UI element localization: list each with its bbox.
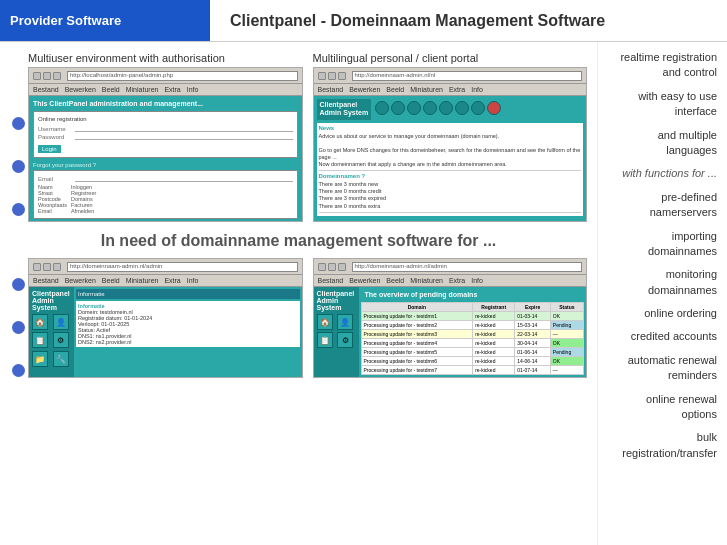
middle-text: In need of domainname management softwar… <box>10 224 587 258</box>
sidebar-item-7: monitoring domainnames <box>608 267 717 298</box>
sidebar-item-3: and multiple languages <box>608 128 717 159</box>
nav-icon-br-2: 👤 <box>337 314 353 330</box>
dot-3 <box>12 203 25 216</box>
cp-icon-8 <box>487 101 501 115</box>
bl-main-content: Informatie Informatie Domein: testdomein… <box>74 287 302 377</box>
table-row: Processing update for - testdmn6 re-kick… <box>361 357 584 366</box>
screenshot-box-br: http://domeinnaam-admin.nl/admin Bestand… <box>313 258 588 378</box>
username-row: Username <box>38 125 293 132</box>
pending-title: The overview of pending domains <box>361 289 585 300</box>
nav-icon-6: 🔧 <box>53 351 69 367</box>
min-btn-bl <box>43 263 51 271</box>
sidebar-item-10: automatic renewal reminders <box>608 353 717 384</box>
sidebar-item-5: pre-defined namerservers <box>608 190 717 221</box>
login-screen: This ClientPanel administration and mana… <box>29 96 302 222</box>
cp-icon-3 <box>407 101 421 115</box>
menu-bar-br: Bestand Bewerken Beeld Miniaturen Extra … <box>314 275 587 287</box>
max-btn <box>53 72 61 80</box>
bl-inner: ClientpanelAdmin System 🏠 👤 📋 ⚙ 📁 🔧 <box>29 287 302 377</box>
cp-icon-1 <box>375 101 389 115</box>
menu-bar-tr: Bestand Bewerken Beeld Miniaturen Extra … <box>314 84 587 96</box>
pending-table: Domain Registrant Expire Status Processi… <box>361 302 585 375</box>
login-button[interactable]: Login <box>38 145 61 153</box>
news-text: Advice us about our service to manage yo… <box>319 133 582 169</box>
dot-1 <box>12 117 25 130</box>
content-area: Multiuser environment with authorisation… <box>0 42 597 545</box>
sidebar-item-12: bulk registration/transfer <box>608 430 717 461</box>
close-btn-br <box>318 263 326 271</box>
nav-icon-br-4: ⚙ <box>337 332 353 348</box>
sidebar-item-9: credited accounts <box>608 329 717 344</box>
dot-2 <box>12 160 25 173</box>
dot-col-bottom <box>12 278 25 377</box>
nav-icon-4: ⚙ <box>53 332 69 348</box>
client-panel-content: ClientpanelAdmin System <box>314 96 587 221</box>
table-row: Processing update for - testdmn7 re-kick… <box>361 366 584 375</box>
sidebar-item-2: with easy to use interface <box>608 89 717 120</box>
browser-chrome-tl: http://localhost/admin-panel/admin.php <box>29 68 302 84</box>
browser-chrome-tr: http://domeinnaam-admin.nl/nl <box>314 68 587 84</box>
cp-icon-4 <box>423 101 437 115</box>
top-left-label: Multiuser environment with authorisation <box>28 52 303 64</box>
cp-icon-6 <box>455 101 469 115</box>
screenshot-box-top-left: http://localhost/admin-panel/admin.php B… <box>28 67 303 222</box>
menu-bar-bl: Bestand Bewerken Beeld Miniaturen Extra … <box>29 275 302 287</box>
sidebar-item-4: with functions for ... <box>608 166 717 181</box>
address-bar-tr: http://domeinnaam-admin.nl/nl <box>352 71 583 81</box>
close-btn <box>33 72 41 80</box>
page-title: Clientpanel - Domeinnaam Management Soft… <box>210 12 605 30</box>
cp-main-area: News Advice us about our service to mana… <box>317 123 584 216</box>
screenshot-bottom-left: http://domeinnaam-admin.nl/admin Bestand… <box>28 258 303 378</box>
provider-logo: Provider Software <box>0 0 210 41</box>
top-right-label: Multilingual personal / client portal <box>313 52 588 64</box>
screenshot-box-top-right: http://domeinnaam-admin.nl/nl Bestand Be… <box>313 67 588 222</box>
dot-6 <box>12 364 25 377</box>
screenshot-box-bl: http://domeinnaam-admin.nl/admin Bestand… <box>28 258 303 378</box>
nav-icon-5: 📁 <box>32 351 48 367</box>
max-btn-bl <box>53 263 61 271</box>
table-row: Processing update for - testdmn1 re-kick… <box>361 312 584 321</box>
news-title: News <box>319 125 582 133</box>
login-title: This ClientPanel administration and mana… <box>33 100 298 107</box>
nav-icon-br-1: 🏠 <box>317 314 333 330</box>
dot-col-top <box>12 117 25 216</box>
sidebar-item-6: importing domainnames <box>608 229 717 260</box>
address-bar-br: http://domeinnaam-admin.nl/admin <box>352 262 583 272</box>
cp-logo-bar: ClientpanelAdmin System <box>317 99 584 120</box>
nav-icon-2: 👤 <box>53 314 69 330</box>
dot-5 <box>12 321 25 334</box>
address-bar-bl: http://domeinnaam-admin.nl/admin <box>67 262 298 272</box>
dot-4 <box>12 278 25 291</box>
tasks-section: Taakball There is a new taakball below! … <box>319 212 582 216</box>
admin-nav-bl: ClientpanelAdmin System 🏠 👤 📋 ⚙ 📁 🔧 <box>29 287 74 377</box>
nav-icon-1: 🏠 <box>32 314 48 330</box>
close-btn-tr <box>318 72 326 80</box>
br-inner: ClientpanelAdmin System 🏠 👤 📋 ⚙ The over… <box>314 287 587 377</box>
cp-icon-7 <box>471 101 485 115</box>
nav-icons-bl-2: 📁 🔧 <box>32 351 71 367</box>
table-header-row: Domain Registrant Expire Status <box>361 303 584 312</box>
nav-title-br: ClientpanelAdmin System <box>317 290 356 311</box>
browser-chrome-bl: http://domeinnaam-admin.nl/admin <box>29 259 302 275</box>
max-btn-tr <box>338 72 346 80</box>
min-btn-tr <box>328 72 336 80</box>
nav-icon-3: 📋 <box>32 332 48 348</box>
login-box: Online registration Username Password Lo… <box>33 111 298 158</box>
menu-bar-tl: Bestand Bewerken Beeld Miniaturen Extra … <box>29 84 302 96</box>
close-btn-bl <box>33 263 41 271</box>
cp-icon-5 <box>439 101 453 115</box>
cp-logo: ClientpanelAdmin System <box>317 99 372 120</box>
bl-info-box: Informatie Domein: testdomein.nl Registr… <box>76 301 300 347</box>
table-row: Processing update for - testdmn2 re-kick… <box>361 321 584 330</box>
sidebar: realtime registration and control with e… <box>597 42 727 545</box>
nav-icon-br-3: 📋 <box>317 332 333 348</box>
nav-icons-br: 🏠 👤 📋 ⚙ <box>317 314 356 348</box>
password-row: Password <box>38 133 293 140</box>
screenshot-bottom-right: http://domeinnaam-admin.nl/admin Bestand… <box>313 258 588 378</box>
screenshot-top-right: http://domeinnaam-admin.nl/nl Bestand Be… <box>313 67 588 222</box>
reset-box: Email Naam Straat Postcode Woonplaats Em… <box>33 170 298 219</box>
table-row: Processing update for - testdmn4 re-kick… <box>361 339 584 348</box>
sidebar-item-1: realtime registration and control <box>608 50 717 81</box>
nav-icons-bl: 🏠 👤 📋 ⚙ <box>32 314 71 348</box>
screenshot-top-left: http://localhost/admin-panel/admin.php B… <box>28 67 303 222</box>
